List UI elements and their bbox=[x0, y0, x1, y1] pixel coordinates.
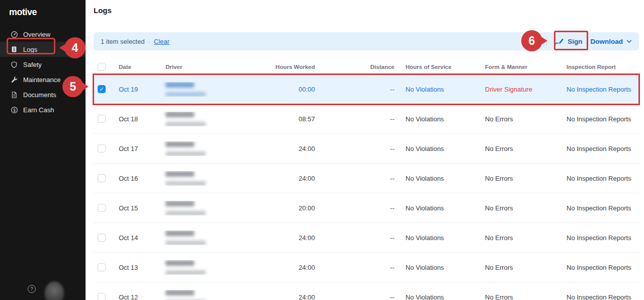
row-date: Oct 13 bbox=[114, 264, 162, 271]
column-header-inspection-report[interactable]: Inspection Report bbox=[559, 64, 639, 70]
table-body: ✓ Oct 19 00:00 -- No Violations Driver S… bbox=[94, 74, 639, 300]
sidebar-item-overview[interactable]: Overview bbox=[0, 27, 86, 42]
table-header: Date Driver Hours Worked Distance Hours … bbox=[94, 59, 639, 74]
row-driver bbox=[162, 231, 262, 245]
row-distance: -- bbox=[315, 264, 394, 271]
row-form-manner: No Errors bbox=[479, 145, 559, 153]
table-row[interactable]: Oct 13 24:00 -- No Violations No Errors … bbox=[94, 253, 639, 282]
driver-name-redacted bbox=[166, 112, 194, 117]
main-content: Logs 1 item selected · Clear Sign Downlo… bbox=[86, 0, 644, 300]
row-hours-of-service: No Violations bbox=[394, 115, 479, 123]
documents-icon bbox=[10, 91, 18, 99]
overview-icon bbox=[10, 30, 18, 38]
chevron-down-icon bbox=[626, 40, 632, 43]
help-icon[interactable]: ? bbox=[28, 285, 36, 293]
divider bbox=[546, 37, 547, 46]
row-driver bbox=[162, 141, 262, 156]
table-row[interactable]: Oct 12 24:00 -- No Violations No Errors … bbox=[94, 282, 639, 300]
motive-logo: motive bbox=[0, 0, 86, 27]
driver-subtext-redacted bbox=[166, 122, 206, 126]
row-checkbox[interactable] bbox=[98, 234, 106, 242]
driver-subtext-redacted bbox=[166, 270, 206, 275]
row-driver bbox=[162, 260, 262, 275]
row-inspection-report: No Inspection Reports bbox=[559, 175, 639, 182]
signature-pen-icon bbox=[555, 38, 564, 45]
table-row[interactable]: ✓ Oct 19 00:00 -- No Violations Driver S… bbox=[94, 74, 639, 104]
sidebar-item-label: Overview bbox=[23, 31, 50, 38]
column-header-hours-worked[interactable]: Hours Worked bbox=[262, 64, 315, 70]
row-hours-worked: 08:57 bbox=[262, 115, 315, 123]
table-row[interactable]: Oct 16 24:00 -- No Violations No Errors … bbox=[94, 164, 639, 193]
row-date: Oct 15 bbox=[114, 204, 162, 212]
row-inspection-report: No Inspection Reports bbox=[559, 86, 639, 93]
row-hours-worked: 24:00 bbox=[262, 234, 315, 242]
download-button[interactable]: Download bbox=[591, 38, 632, 45]
row-date: Oct 16 bbox=[114, 175, 162, 182]
row-driver bbox=[162, 82, 262, 97]
row-driver bbox=[162, 171, 262, 186]
sidebar-nav: Overview Logs Safety Maintenance bbox=[0, 27, 86, 117]
download-button-label: Download bbox=[591, 38, 623, 45]
row-hours-worked: 24:00 bbox=[262, 293, 315, 300]
row-checkbox[interactable] bbox=[98, 263, 106, 271]
user-avatar[interactable] bbox=[45, 281, 64, 300]
row-inspection-report: No Inspection Reports bbox=[559, 145, 639, 153]
svg-text:$: $ bbox=[13, 107, 16, 112]
sidebar-item-label: Maintenance bbox=[23, 76, 60, 84]
row-checkbox[interactable] bbox=[98, 115, 106, 123]
row-distance: -- bbox=[315, 234, 394, 242]
row-checkbox[interactable] bbox=[98, 174, 106, 182]
row-distance: -- bbox=[315, 145, 394, 153]
column-header-hours-of-service[interactable]: Hours of Service bbox=[394, 64, 479, 70]
row-date: Oct 12 bbox=[114, 293, 162, 300]
row-inspection-report: No Inspection Reports bbox=[559, 234, 639, 242]
page-title: Logs bbox=[94, 6, 639, 17]
selection-actions: Sign Download bbox=[546, 37, 632, 46]
driver-name-redacted bbox=[166, 231, 194, 236]
row-date: Oct 14 bbox=[114, 234, 162, 242]
clear-selection-link[interactable]: Clear bbox=[154, 38, 170, 45]
row-form-manner: No Errors bbox=[479, 293, 559, 300]
row-distance: -- bbox=[315, 86, 394, 93]
row-form-manner: No Errors bbox=[479, 264, 559, 271]
sidebar-item-safety[interactable]: Safety bbox=[0, 57, 86, 72]
row-hours-of-service: No Violations bbox=[394, 293, 479, 300]
row-inspection-report: No Inspection Reports bbox=[559, 204, 639, 212]
row-hours-of-service: No Violations bbox=[394, 204, 479, 212]
sidebar-item-documents[interactable]: Documents bbox=[0, 87, 86, 102]
driver-name-redacted bbox=[166, 260, 194, 266]
row-checkbox[interactable] bbox=[98, 293, 106, 300]
row-hours-worked: 24:00 bbox=[262, 264, 315, 271]
sidebar-item-label: Safety bbox=[23, 61, 42, 68]
column-header-driver[interactable]: Driver bbox=[162, 64, 262, 70]
row-checkbox[interactable]: ✓ bbox=[98, 85, 106, 93]
row-hours-worked: 20:00 bbox=[262, 204, 315, 212]
table-row[interactable]: Oct 18 08:57 -- No Violations No Errors … bbox=[94, 104, 639, 134]
driver-subtext-redacted bbox=[166, 181, 206, 186]
driver-subtext-redacted bbox=[166, 92, 206, 97]
column-header-distance[interactable]: Distance bbox=[315, 64, 394, 70]
sidebar: motive Overview Logs Safety bbox=[0, 0, 86, 300]
column-header-date[interactable]: Date bbox=[114, 64, 162, 70]
driver-name-redacted bbox=[166, 201, 194, 206]
sidebar-footer: ? bbox=[0, 278, 86, 300]
row-driver bbox=[162, 201, 262, 215]
row-driver bbox=[162, 290, 262, 300]
row-checkbox[interactable] bbox=[98, 204, 106, 212]
driver-name-redacted bbox=[166, 171, 194, 177]
row-distance: -- bbox=[315, 115, 394, 123]
sidebar-item-maintenance[interactable]: Maintenance bbox=[0, 72, 86, 87]
table-row[interactable]: Oct 15 20:00 -- No Violations No Errors … bbox=[94, 193, 639, 223]
row-hours-worked: 24:00 bbox=[262, 145, 315, 153]
select-all-checkbox[interactable] bbox=[98, 63, 106, 71]
row-hours-worked: 00:00 bbox=[262, 86, 315, 93]
sidebar-item-earn-cash[interactable]: $ Earn Cash bbox=[0, 102, 86, 117]
sign-button[interactable]: Sign bbox=[555, 38, 582, 45]
table-row[interactable]: Oct 17 24:00 -- No Violations No Errors … bbox=[94, 134, 639, 164]
logs-icon bbox=[10, 45, 18, 53]
row-form-manner: No Errors bbox=[479, 234, 559, 242]
sidebar-item-logs[interactable]: Logs bbox=[0, 42, 86, 57]
column-header-form-manner[interactable]: Form & Manner bbox=[479, 64, 559, 70]
row-checkbox[interactable] bbox=[98, 144, 106, 153]
table-row[interactable]: Oct 14 24:00 -- No Violations No Errors … bbox=[94, 223, 639, 253]
